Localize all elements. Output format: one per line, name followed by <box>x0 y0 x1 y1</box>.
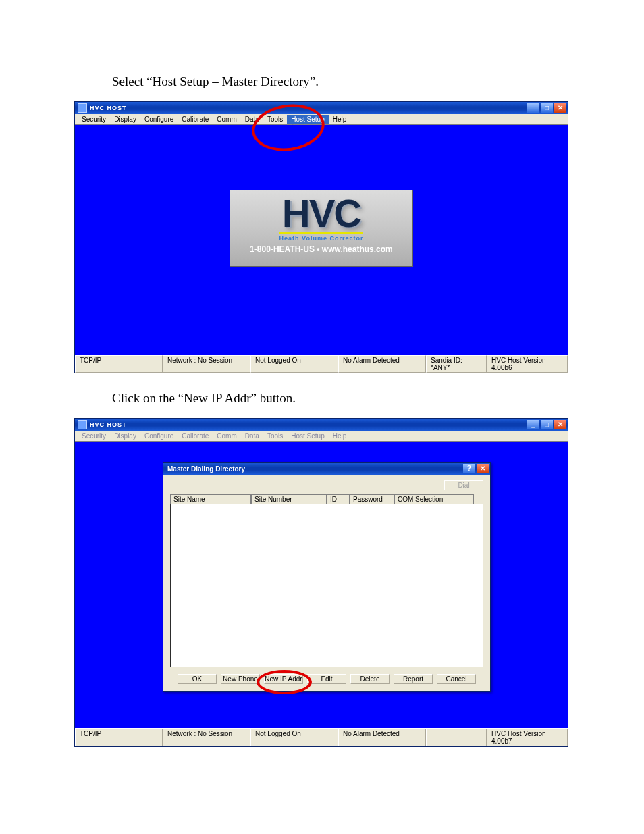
menu-comm[interactable]: Comm <box>213 115 240 124</box>
status-login: Not Logged On <box>250 355 338 373</box>
dialog-body: Dial Site Name Site Number ID Password C… <box>163 475 490 691</box>
app-icon <box>78 420 87 429</box>
menu-comm: Comm <box>213 432 240 440</box>
menu-security[interactable]: Security <box>78 115 110 124</box>
dialog-help-button[interactable]: ? <box>463 464 475 473</box>
app-window-2: HVC HOST _ □ ✕ Security Display Configur… <box>74 418 568 747</box>
edit-button[interactable]: Edit <box>307 674 346 684</box>
splash-subtitle1: Heath Volume Corrector <box>279 232 364 242</box>
new-phone-button[interactable]: New Phone <box>221 674 260 684</box>
ok-button[interactable]: OK <box>178 674 217 684</box>
menu-configure[interactable]: Configure <box>140 115 178 124</box>
master-dialing-directory-dialog: Master Dialing Directory ? ✕ Dial Site N… <box>163 462 491 692</box>
close-button[interactable]: ✕ <box>554 420 566 429</box>
menu-calibrate: Calibrate <box>178 432 213 440</box>
menu-calibrate[interactable]: Calibrate <box>178 115 213 124</box>
cancel-button[interactable]: Cancel <box>437 674 476 684</box>
maximize-button[interactable]: □ <box>541 420 553 429</box>
status-login: Not Logged On <box>250 729 338 746</box>
menu-data: Data <box>241 432 263 440</box>
app-window-1: HVC HOST _ □ ✕ Security Display Configur… <box>74 101 568 373</box>
menu-security: Security <box>78 432 110 440</box>
dialog-titlebar: Master Dialing Directory ? ✕ <box>163 463 490 475</box>
minimize-button[interactable]: _ <box>527 420 539 429</box>
menu-data[interactable]: Data <box>241 115 263 124</box>
window-title: HVC HOST <box>90 421 526 428</box>
titlebar: HVC HOST _ □ ✕ <box>75 419 568 431</box>
menu-display[interactable]: Display <box>110 115 140 124</box>
list-headers: Site Name Site Number ID Password COM Se… <box>170 494 483 504</box>
status-version: HVC Host Version 4.00b6 <box>487 355 568 373</box>
menubar-disabled: Security Display Configure Calibrate Com… <box>75 431 568 442</box>
report-button[interactable]: Report <box>394 674 433 684</box>
statusbar: TCP/IP Network : No Session Not Logged O… <box>75 355 568 373</box>
window-title: HVC HOST <box>90 105 526 111</box>
menu-help[interactable]: Help <box>329 115 351 124</box>
dial-button[interactable]: Dial <box>444 480 483 490</box>
titlebar: HVC HOST _ □ ✕ <box>75 102 568 114</box>
menu-display: Display <box>110 432 140 440</box>
dialog-title-text: Master Dialing Directory <box>167 465 462 473</box>
dialog-button-row: OK New Phone New IP Addr Edit Delete Rep… <box>170 674 483 684</box>
client-area: HVC Heath Volume Corrector 1-800-HEATH-U… <box>75 125 568 355</box>
col-com-selection[interactable]: COM Selection <box>394 494 474 504</box>
menu-configure: Configure <box>140 432 178 440</box>
status-alarm: No Alarm Detected <box>338 729 426 746</box>
status-network: Network : No Session <box>163 729 250 746</box>
minimize-button[interactable]: _ <box>527 103 539 113</box>
col-site-name[interactable]: Site Name <box>170 494 251 504</box>
splash-hvc-text: HVC <box>230 193 412 234</box>
status-version: HVC Host Version 4.00b7 <box>487 729 568 746</box>
status-protocol: TCP/IP <box>75 729 163 746</box>
col-password[interactable]: Password <box>350 494 394 504</box>
new-ip-addr-button[interactable]: New IP Addr <box>264 674 303 684</box>
status-sandia-id: Sandia ID: *ANY* <box>426 355 487 373</box>
statusbar: TCP/IP Network : No Session Not Logged O… <box>75 728 568 746</box>
dialog-close-button[interactable]: ✕ <box>477 464 489 473</box>
client-area: Master Dialing Directory ? ✕ Dial Site N… <box>75 442 568 728</box>
status-protocol: TCP/IP <box>75 355 163 373</box>
instruction-text-1: Select “Host Setup – Master Directory”. <box>112 74 603 89</box>
splash-logo: HVC Heath Volume Corrector 1-800-HEATH-U… <box>230 190 413 267</box>
status-alarm: No Alarm Detected <box>338 355 426 373</box>
directory-list[interactable] <box>170 504 483 667</box>
maximize-button[interactable]: □ <box>541 103 553 113</box>
menu-tools: Tools <box>263 432 287 440</box>
menu-host-setup[interactable]: Host Setup <box>287 115 328 124</box>
menu-host-setup: Host Setup <box>287 432 328 440</box>
instruction-text-2: Click on the “New IP Addr” button. <box>112 391 603 406</box>
status-network: Network : No Session <box>163 355 250 373</box>
col-site-number[interactable]: Site Number <box>251 494 327 504</box>
splash-subtitle2: 1-800-HEATH-US • www.heathus.com <box>230 244 412 254</box>
menu-help: Help <box>329 432 351 440</box>
col-id[interactable]: ID <box>327 494 350 504</box>
status-sandia-id <box>426 729 487 746</box>
app-icon <box>78 103 87 113</box>
delete-button[interactable]: Delete <box>350 674 390 684</box>
menubar: Security Display Configure Calibrate Com… <box>75 114 568 125</box>
close-button[interactable]: ✕ <box>554 103 566 113</box>
menu-tools[interactable]: Tools <box>263 115 287 124</box>
